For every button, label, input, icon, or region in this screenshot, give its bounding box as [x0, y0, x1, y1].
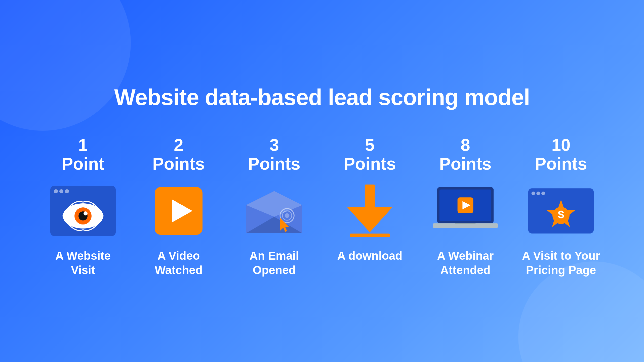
- video-play-icon: [155, 187, 203, 235]
- website-visit-icon: [50, 186, 116, 236]
- bg-decoration-circle-1: [0, 0, 131, 131]
- points-label-download: 5 Points: [344, 135, 396, 173]
- svg-rect-20: [350, 234, 390, 237]
- webinar-icon: [433, 185, 498, 237]
- svg-point-28: [532, 192, 535, 195]
- points-label-webinar: 8 Points: [439, 135, 492, 173]
- points-label-email-opened: 3 Points: [248, 135, 300, 173]
- svg-point-8: [84, 211, 88, 215]
- svg-rect-4: [50, 196, 116, 196]
- scoring-cards-container: 1 Point: [43, 135, 601, 278]
- card-website-visit: 1 Point: [43, 135, 123, 278]
- email-icon: [242, 185, 307, 237]
- page-title: Website data-based lead scoring model: [114, 84, 530, 110]
- svg-point-3: [65, 189, 69, 193]
- svg-point-29: [536, 192, 540, 195]
- card-label-email-opened: An Email Opened: [234, 249, 314, 278]
- svg-marker-19: [347, 207, 392, 232]
- card-label-download: A download: [337, 249, 403, 263]
- svg-point-16: [285, 213, 290, 218]
- icon-webinar: [433, 186, 498, 236]
- svg-text:$: $: [558, 208, 564, 221]
- icon-email-opened: [242, 186, 307, 236]
- points-label-pricing-page: 10 Points: [535, 135, 587, 173]
- card-label-video-watched: A Video Watched: [138, 249, 219, 278]
- card-label-webinar: A Webinar Attended: [425, 249, 506, 278]
- svg-point-1: [54, 189, 58, 193]
- card-webinar: 8 Points A Webinar Attended: [425, 135, 506, 278]
- download-icon: [345, 185, 395, 237]
- card-video-watched: 2 Points A Video Watched: [138, 135, 219, 278]
- icon-pricing-page: $: [528, 186, 594, 236]
- svg-rect-18: [365, 185, 375, 207]
- card-label-website-visit: A Website Visit: [43, 249, 123, 278]
- icon-download: [337, 186, 403, 236]
- points-label-website-visit: 1 Point: [62, 135, 104, 173]
- svg-point-30: [541, 192, 545, 195]
- card-pricing-page: 10 Points $: [521, 135, 601, 278]
- svg-rect-31: [528, 198, 594, 198]
- card-email-opened: 3 Points: [234, 135, 314, 278]
- card-label-pricing-page: A Visit to Your Pricing Page: [521, 249, 601, 278]
- icon-website-visit: [50, 186, 116, 236]
- pricing-page-icon: $: [528, 186, 594, 236]
- card-download: 5 Points A download: [330, 135, 410, 263]
- icon-video-watched: [146, 186, 211, 236]
- svg-rect-26: [455, 223, 476, 224]
- svg-point-2: [59, 189, 63, 193]
- points-label-video-watched: 2 Points: [152, 135, 205, 173]
